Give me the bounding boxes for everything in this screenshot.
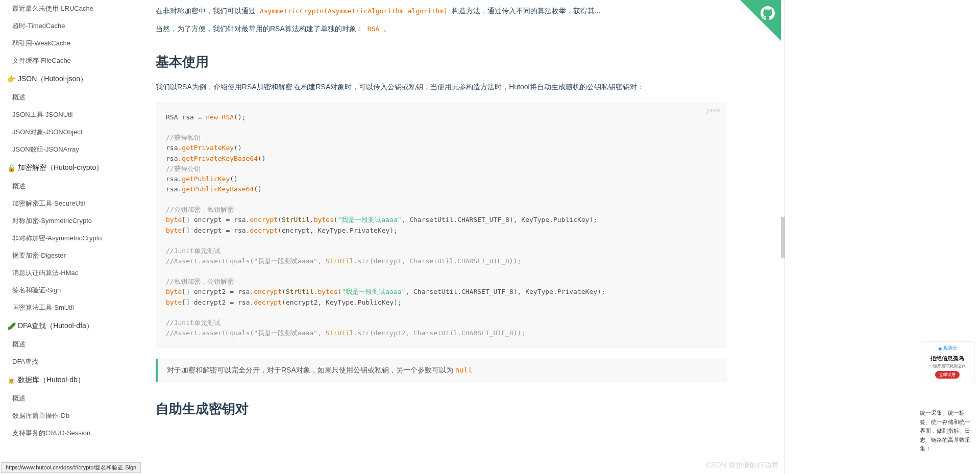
status-bar-url: https://www.hutool.cn/docs/#/crypto/签名和验…: [1, 462, 141, 473]
code-language-label: java: [705, 106, 720, 116]
sidebar-item[interactable]: 加密解密工具-SecureUtil: [7, 195, 135, 212]
scrollbar[interactable]: [781, 0, 785, 474]
sidebar-group-json[interactable]: 👉JSON（Hutool-json）: [7, 69, 135, 89]
sidebar-item[interactable]: 消息认证码算法-HMac: [7, 264, 135, 282]
lock-icon: 🔒: [7, 164, 16, 172]
cucumber-icon: 🥒: [7, 322, 16, 330]
sidebar-item[interactable]: 非对称加密-AsymmetricCrypto: [7, 230, 135, 247]
sidebar-group-db[interactable]: 🍺数据库（Hutool-db）: [7, 370, 135, 390]
sidebar-item[interactable]: 文件缓存-FileCache: [7, 52, 135, 69]
paragraph: 我们以RSA为例，介绍使用RSA加密和解密 在构建RSA对象时，可以传入公钥或私…: [156, 80, 727, 94]
ad-cta-button[interactable]: 立即试用: [935, 371, 960, 379]
paragraph: 在非对称加密中，我们可以通过 AsymmetricCrypto(Asymmetr…: [156, 4, 727, 18]
pointing-hand-icon: 👉: [7, 75, 16, 83]
sidebar-item[interactable]: 最近最久未使用-LRUCache: [7, 0, 135, 17]
watermark: CSDN @骄傲的行动家: [706, 461, 778, 470]
main-content: 在非对称加密中，我们可以通过 AsymmetricCrypto(Asymmetr…: [135, 0, 748, 474]
inline-code: AsymmetricCrypto(AsymmetricAlgorithm alg…: [258, 6, 450, 16]
ad-description: 统一采集、统一标签、统一存储和统一界面，做到指标、日志、链路的高基数采集！: [920, 409, 975, 454]
sidebar-item[interactable]: 概述: [7, 390, 135, 407]
sidebar-item[interactable]: 数据库简单操作-Db: [7, 407, 135, 425]
sidebar-item[interactable]: JSON对象-JSONObject: [7, 123, 135, 141]
sidebar-item[interactable]: 概述: [7, 336, 135, 353]
sidebar-item[interactable]: 支持事务的CRUD-Session: [7, 425, 135, 442]
sidebar-group-crypto[interactable]: 🔒加密解密（Hutool-crypto）: [7, 158, 135, 178]
ad-subtitle: 一键开启可观测之旅: [923, 363, 971, 369]
sidebar-item[interactable]: 超时-TimedCache: [7, 17, 135, 35]
sidebar-item[interactable]: 概述: [7, 178, 135, 195]
ad-banner[interactable]: ◉观测云 拒绝信息孤岛 一键开启可观测之旅 立即试用: [920, 341, 975, 382]
sidebar-item[interactable]: 签名和验证-Sign: [7, 282, 135, 299]
sidebar-group-dfa[interactable]: 🥒DFA查找（Hutool-dfa）: [7, 316, 135, 336]
sidebar: 最近最久未使用-LRUCache 超时-TimedCache 弱引用-WeakC…: [0, 0, 135, 474]
cat-icon: [761, 6, 775, 20]
sidebar-item[interactable]: 国密算法工具-SmUtil: [7, 299, 135, 316]
sidebar-item[interactable]: 摘要加密-Digester: [7, 247, 135, 264]
inline-code: null: [455, 366, 473, 374]
heading-basic-usage: 基本使用: [156, 53, 727, 71]
sidebar-item[interactable]: 弱引用-WeakCache: [7, 35, 135, 52]
sidebar-item[interactable]: 对称加密-SymmetricCrypto: [7, 212, 135, 230]
sidebar-item[interactable]: 概述: [7, 89, 135, 106]
paragraph: 当然，为了方便，我们针对最常用的RSA算法构建了单独的对象： RSA 。: [156, 22, 727, 36]
beer-icon: 🍺: [7, 376, 16, 384]
sidebar-item[interactable]: DFA查找: [7, 353, 135, 370]
code-block-java: java RSA rsa = new RSA(); //获得私钥 rsa.get…: [156, 102, 727, 348]
blockquote-tip: 对于加密和解密可以完全分开，对于RSA对象，如果只使用公钥或私钥，另一个参数可以…: [156, 359, 727, 382]
ad-logo: ◉观测云: [923, 345, 971, 352]
ad-title: 拒绝信息孤岛: [923, 355, 971, 362]
inline-code: RSA: [365, 24, 381, 34]
sidebar-item[interactable]: JSON工具-JSONUtil: [7, 106, 135, 123]
sidebar-item[interactable]: JSON数组-JSONArray: [7, 141, 135, 158]
heading-keygen: 自助生成密钥对: [156, 400, 727, 418]
